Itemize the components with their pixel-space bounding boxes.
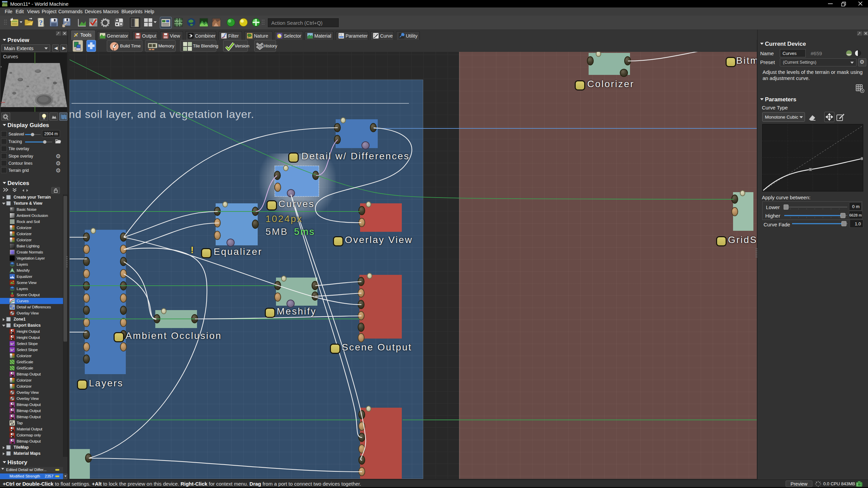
svg-text:?: ?: [39, 18, 43, 27]
svg-text:0.1: 0.1: [339, 34, 342, 36]
